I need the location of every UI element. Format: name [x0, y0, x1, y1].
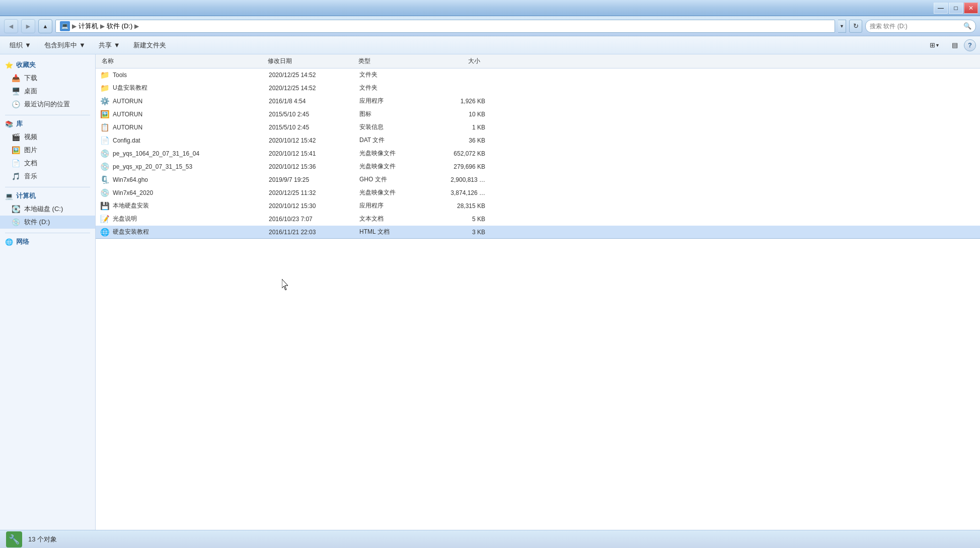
search-icon: 🔍 [963, 22, 971, 30]
file-date: 2020/10/12 15:41 [269, 150, 359, 157]
column-date[interactable]: 修改日期 [266, 57, 356, 65]
new-folder-button[interactable]: 新建文件夹 [128, 38, 172, 52]
column-type[interactable]: 类型 [356, 57, 422, 65]
organize-label: 组织 [10, 41, 23, 50]
sidebar-item-picture[interactable]: 🖼️ 图片 [0, 144, 95, 157]
up-button[interactable]: ▲ [38, 19, 52, 33]
include-library-button[interactable]: 包含到库中 ▼ [39, 38, 91, 52]
file-type-icon: 💿 [100, 162, 110, 172]
include-label: 包含到库中 [44, 41, 77, 50]
file-date: 2020/12/25 14:52 [269, 85, 359, 92]
file-type: 文件夹 [359, 84, 425, 92]
sidebar-network-section: 🌐 网络 [0, 235, 95, 248]
file-row[interactable]: 🗜️ Win7x64.gho 2019/9/7 19:25 GHO 文件 2,9… [96, 173, 980, 186]
status-count: 13 个对象 [28, 535, 57, 544]
sidebar-item-music[interactable]: 🎵 音乐 [0, 170, 95, 183]
file-type: 光盘映像文件 [359, 188, 425, 197]
file-date: 2020/10/12 15:30 [269, 202, 359, 210]
sidebar-item-software-d[interactable]: 💿 软件 (D:) [0, 216, 95, 229]
picture-icon: 🖼️ [11, 146, 20, 155]
refresh-button[interactable]: ↻ [849, 20, 862, 33]
path-separator-3: ▶ [134, 23, 139, 30]
sidebar-item-recent[interactable]: 🕒 最近访问的位置 [0, 98, 95, 111]
search-input[interactable] [870, 23, 961, 30]
file-date: 2019/9/7 19:25 [269, 176, 359, 183]
file-size: 3 KB [425, 229, 485, 236]
back-button[interactable]: ◄ [4, 19, 18, 33]
favorites-label: 收藏夹 [16, 60, 36, 70]
file-size: 28,315 KB [425, 202, 485, 210]
status-bar: 🔧 13 个对象 [0, 530, 980, 548]
file-date: 2020/12/25 11:32 [269, 189, 359, 196]
help-icon: ? [968, 41, 972, 49]
preview-pane-button[interactable]: ▤ [948, 38, 962, 52]
file-row[interactable]: 💿 Win7x64_2020 2020/12/25 11:32 光盘映像文件 3… [96, 186, 980, 199]
column-size[interactable]: 大小 [422, 57, 482, 65]
file-date: 2020/12/25 14:52 [269, 72, 359, 79]
file-type: HTML 文档 [359, 228, 425, 236]
path-expand-button[interactable]: ▼ [838, 20, 846, 33]
sidebar-item-local-c-label: 本地磁盘 (C:) [24, 204, 63, 214]
file-name: Win7x64_2020 [113, 189, 269, 196]
search-box[interactable]: 🔍 [865, 20, 976, 33]
file-row[interactable]: 💿 pe_yqs_xp_20_07_31_15_53 2020/10/12 15… [96, 160, 980, 173]
minimize-button[interactable]: — [934, 3, 948, 14]
file-date: 2016/10/23 7:07 [269, 216, 359, 223]
help-button[interactable]: ? [964, 39, 976, 51]
organize-button[interactable]: 组织 ▼ [4, 38, 37, 52]
file-name: Config.dat [113, 137, 269, 144]
sidebar-item-download-label: 下载 [24, 74, 37, 83]
file-type-icon: 📁 [100, 83, 110, 93]
sidebar-item-music-label: 音乐 [24, 172, 37, 181]
sidebar-item-desktop-label: 桌面 [24, 87, 37, 96]
file-name: AUTORUN [113, 111, 269, 118]
file-row[interactable]: 📁 U盘安装教程 2020/12/25 14:52 文件夹 [96, 82, 980, 95]
sidebar-item-document[interactable]: 📄 文档 [0, 157, 95, 170]
sidebar-item-desktop[interactable]: 🖥️ 桌面 [0, 85, 95, 98]
desktop-icon: 🖥️ [11, 87, 20, 96]
file-name: 本地硬盘安装 [113, 201, 269, 210]
maximize-button[interactable]: □ [949, 3, 963, 14]
file-row[interactable]: 🌐 硬盘安装教程 2016/11/21 22:03 HTML 文档 3 KB [96, 226, 980, 239]
file-type: GHO 文件 [359, 175, 425, 184]
file-row[interactable]: ⚙️ AUTORUN 2016/1/8 4:54 应用程序 1,926 KB [96, 95, 980, 108]
file-date: 2015/5/10 2:45 [269, 111, 359, 118]
local-c-icon: 💽 [11, 204, 20, 214]
file-type: 应用程序 [359, 201, 425, 210]
file-type-icon: 💿 [100, 188, 110, 198]
file-name: AUTORUN [113, 124, 269, 131]
include-dropdown-icon: ▼ [79, 41, 86, 49]
sidebar-item-download[interactable]: 📥 下载 [0, 72, 95, 85]
file-size: 279,696 KB [425, 163, 485, 170]
close-button[interactable]: ✕ [964, 3, 978, 14]
new-folder-label: 新建文件夹 [133, 41, 166, 50]
file-type-icon: 📝 [100, 214, 110, 224]
file-row[interactable]: 📄 Config.dat 2020/10/12 15:42 DAT 文件 36 … [96, 134, 980, 147]
file-type: 光盘映像文件 [359, 149, 425, 158]
computer-label: 计算机 [16, 191, 36, 200]
computer-icon: 💻 [5, 192, 13, 200]
view-dropdown-icon: ▼ [935, 43, 940, 48]
share-dropdown-icon: ▼ [114, 41, 120, 49]
sidebar-network-header: 🌐 网络 [0, 235, 95, 248]
file-type-icon: 📄 [100, 135, 110, 146]
address-bar: ◄ ► ▲ 💻 ▶ 计算机 ▶ 软件 (D:) ▶ ▼ ↻ 🔍 [0, 16, 980, 36]
file-row[interactable]: 📝 光盘说明 2016/10/23 7:07 文本文档 5 KB [96, 213, 980, 226]
video-icon: 🎬 [11, 132, 20, 142]
sidebar-item-video[interactable]: 🎬 视频 [0, 130, 95, 144]
path-computer: 计算机 [79, 22, 98, 31]
file-row[interactable]: 💿 pe_yqs_1064_20_07_31_16_04 2020/10/12 … [96, 147, 980, 160]
address-path[interactable]: 💻 ▶ 计算机 ▶ 软件 (D:) ▶ [55, 20, 835, 33]
view-options-button[interactable]: ⊞ ▼ [928, 38, 942, 52]
file-row[interactable]: 📁 Tools 2020/12/25 14:52 文件夹 [96, 68, 980, 82]
sidebar-item-recent-label: 最近访问的位置 [24, 100, 70, 109]
sidebar-item-local-c[interactable]: 💽 本地磁盘 (C:) [0, 202, 95, 216]
file-row[interactable]: 🖼️ AUTORUN 2015/5/10 2:45 图标 10 KB [96, 108, 980, 121]
column-name[interactable]: 名称 [100, 57, 266, 65]
file-row[interactable]: 📋 AUTORUN 2015/5/10 2:45 安装信息 1 KB [96, 121, 980, 134]
file-date: 2020/10/12 15:42 [269, 137, 359, 144]
path-drive-icon: 💻 [60, 21, 70, 31]
share-button[interactable]: 共享 ▼ [93, 38, 126, 52]
file-row[interactable]: 💾 本地硬盘安装 2020/10/12 15:30 应用程序 28,315 KB [96, 199, 980, 213]
forward-button[interactable]: ► [21, 19, 35, 33]
